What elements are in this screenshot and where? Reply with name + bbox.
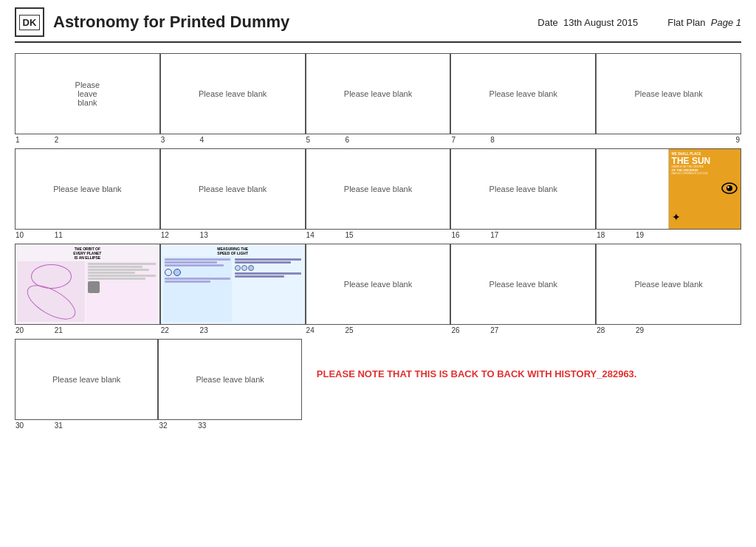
- page-label-3-4: Please leave blank: [199, 89, 267, 98]
- page-cell-5-6: Please leave blank 5 6: [306, 53, 451, 144]
- page-thumb-26-27: Please leave blank: [450, 244, 596, 325]
- page-thumb-18-19: WE SHALL PLACE THE SUN HIMSELF AT THE CE…: [596, 148, 741, 230]
- page-thumb-1-2: Please leave blank: [15, 53, 160, 134]
- page-cell-20-21: THE ORBIT OFEVERY PLANETIS AN ELLIPSE: [15, 244, 160, 334]
- page-row-4: Please leave blank 30 31 Please leave bl…: [15, 339, 741, 430]
- sun-star-icon: ✦: [672, 211, 681, 223]
- page-num-28-29: 28 29: [596, 326, 644, 334]
- page-label-10-11: Please leave blank: [53, 185, 121, 193]
- page-cell-30-31: Please leave blank 30 31: [15, 339, 158, 430]
- page-cell-10-11: Please leave blank 10 11: [15, 148, 160, 239]
- header-flatplan: Flat Plan Page 1: [667, 17, 741, 28]
- page-num-1-2: 1 2: [15, 136, 58, 144]
- page-num-5-6: 5 6: [306, 136, 349, 144]
- svg-point-1: [726, 185, 732, 191]
- page-cell-3-4: Please leave blank 3 4: [160, 53, 306, 144]
- sun-line2: THE SUN: [672, 156, 711, 165]
- page-num-16-17: 16 17: [450, 231, 498, 239]
- page-label-7-8: Please leave blank: [489, 89, 557, 98]
- page-cell-7-8: Please leave blank 7 8: [450, 53, 596, 144]
- logo: DK: [15, 7, 44, 37]
- page-cell-12-13: Please leave blank 12 13: [160, 148, 306, 239]
- page-num-14-15: 14 15: [306, 231, 354, 239]
- note-text: PLEASE NOTE THAT THIS IS BACK TO BACK WI…: [311, 365, 741, 379]
- page-num-9: 9: [596, 136, 741, 144]
- page-label-24-25: Please leave blank: [344, 280, 412, 289]
- page-thumb-20-21: THE ORBIT OFEVERY PLANETIS AN ELLIPSE: [15, 244, 160, 325]
- page-num-3-4: 3 4: [160, 136, 204, 144]
- orbit-col-1: [18, 261, 85, 322]
- sun-eye-icon: [721, 182, 738, 196]
- page-cell-22-23: MEASURING THESPEED OF LIGHT: [160, 244, 306, 334]
- speed-content: MEASURING THESPEED OF LIGHT: [161, 244, 305, 324]
- page-cell-14-15: Please leave blank 14 15: [306, 148, 451, 239]
- page-num-26-27: 26 27: [450, 326, 498, 334]
- page-row-1: Please leave blank 1 2 Please leave blan…: [15, 53, 741, 144]
- speed-title: MEASURING THESPEED OF LIGHT: [163, 247, 303, 255]
- sun-line5: GALILEO COPERNICUS 1473-1543: [672, 173, 708, 176]
- page-thumb-9: Please leave blank: [596, 53, 741, 134]
- page-cell-1-2: Please leave blank 1 2: [15, 53, 160, 144]
- date-value: 13th August 2015: [563, 17, 638, 28]
- flatplan-label: Flat Plan: [667, 17, 705, 28]
- page-label-26-27: Please leave blank: [489, 280, 557, 289]
- page-label-28-29: Please leave blank: [634, 280, 702, 289]
- row-1: Please leave blank 1 2 Please leave blan…: [15, 53, 741, 144]
- row-3: THE ORBIT OFEVERY PLANETIS AN ELLIPSE: [15, 244, 741, 334]
- page-num-30-31: 30 31: [15, 422, 63, 430]
- page-row-2: Please leave blank 10 11 Please leave bl…: [15, 148, 741, 239]
- page-label-9: Please leave blank: [634, 89, 702, 98]
- page-thumb-22-23: MEASURING THESPEED OF LIGHT: [160, 244, 306, 325]
- row-4: Please leave blank 30 31 Please leave bl…: [15, 339, 741, 430]
- page-thumb-24-25: Please leave blank: [306, 244, 451, 325]
- page-title: Astronomy for Printed Dummy: [53, 13, 537, 32]
- page-cell-28-29: Please leave blank 28 29: [596, 244, 741, 334]
- page-num-12-13: 12 13: [160, 231, 208, 239]
- page-cell-9: Please leave blank 9: [596, 53, 741, 144]
- page-thumb-28-29: Please leave blank: [596, 244, 741, 325]
- page-num-18-19: 18 19: [596, 231, 644, 239]
- svg-point-2: [727, 186, 729, 188]
- page-num-20-21: 20 21: [15, 326, 63, 334]
- page-cell-32-33: Please leave blank 32 33: [158, 339, 301, 430]
- note-area: PLEASE NOTE THAT THIS IS BACK TO BACK WI…: [302, 339, 741, 379]
- row-2: Please leave blank 10 11 Please leave bl…: [15, 148, 741, 239]
- page-label-1-2: Please leave blank: [75, 80, 100, 107]
- orbit-title: THE ORBIT OFEVERY PLANETIS AN ELLIPSE: [18, 247, 157, 260]
- page-cell-26-27: Please leave blank 26 27: [450, 244, 596, 334]
- page-thumb-14-15: Please leave blank: [306, 148, 451, 230]
- page-thumb-12-13: Please leave blank: [160, 148, 306, 230]
- page-thumb-7-8: Please leave blank: [450, 53, 596, 134]
- speed-col-1: [163, 257, 232, 322]
- header: DK Astronomy for Printed Dummy Date 13th…: [15, 7, 741, 43]
- page-label-5-6: Please leave blank: [344, 89, 412, 98]
- page-label-16-17: Please leave blank: [489, 185, 557, 193]
- page-cell-24-25: Please leave blank 24 25: [306, 244, 451, 334]
- page-thumb-32-33: Please leave blank: [158, 339, 301, 420]
- orbit-col-2: [86, 261, 157, 322]
- page-cell-16-17: Please leave blank 16 17: [450, 148, 596, 239]
- page-num-24-25: 24 25: [306, 326, 354, 334]
- page-label-30-31: Please leave blank: [52, 375, 120, 384]
- page-thumb-10-11: Please leave blank: [15, 148, 160, 230]
- page-label-12-13: Please leave blank: [199, 185, 267, 193]
- page-thumb-5-6: Please leave blank: [306, 53, 451, 134]
- page-cell-18-19: WE SHALL PLACE THE SUN HIMSELF AT THE CE…: [596, 148, 741, 239]
- page-label-14-15: Please leave blank: [344, 185, 412, 193]
- page-row-3: THE ORBIT OFEVERY PLANETIS AN ELLIPSE: [15, 244, 741, 334]
- date-label: Date: [537, 17, 557, 28]
- page-thumb-16-17: Please leave blank: [450, 148, 596, 230]
- orbit-body: [18, 261, 157, 322]
- page-thumb-3-4: Please leave blank: [160, 53, 306, 134]
- page-thumb-30-31: Please leave blank: [15, 339, 158, 420]
- page-label-32-33: Please leave blank: [196, 375, 264, 384]
- speed-col-2: [233, 257, 302, 322]
- logo-text: DK: [19, 15, 41, 30]
- header-date: Date 13th August 2015: [537, 17, 638, 28]
- flatplan-page: Page 1: [711, 17, 741, 28]
- page-num-7-8: 7 8: [450, 136, 494, 144]
- page-num-10-11: 10 11: [15, 231, 63, 239]
- speed-body: [163, 257, 303, 322]
- page-num-32-33: 32 33: [158, 422, 206, 430]
- orbit-content: THE ORBIT OFEVERY PLANETIS AN ELLIPSE: [16, 244, 159, 324]
